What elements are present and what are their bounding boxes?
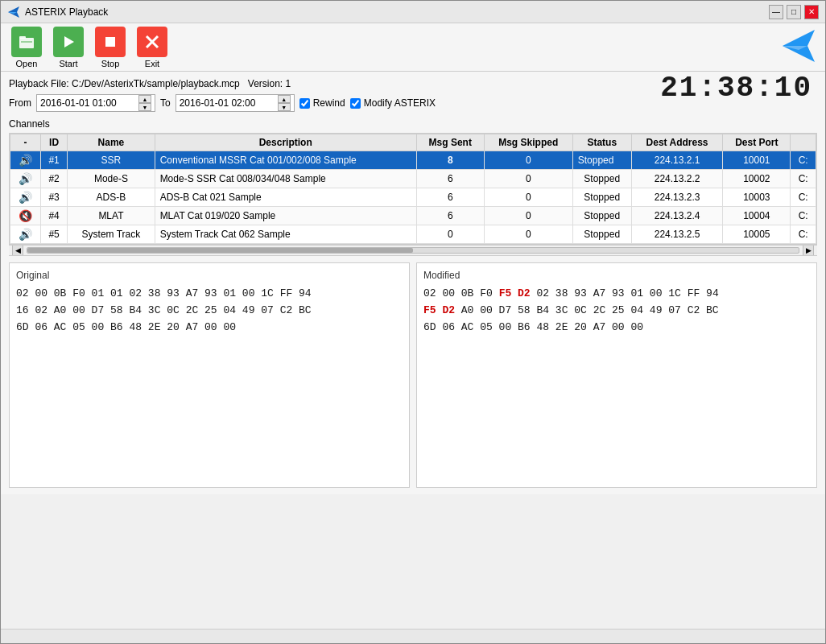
svg-marker-5 (64, 36, 74, 47)
speaker-icon[interactable]: 🔊 (19, 228, 32, 241)
msg-sent-cell: 8 (416, 151, 484, 170)
to-input-container[interactable]: ▲ ▼ (176, 94, 295, 112)
modified-panel: Modified 02 00 0B F0 F5 D2 02 38 93 A7 9… (416, 262, 817, 488)
id-cell: #5 (40, 225, 67, 244)
extra-cell: C: (791, 151, 816, 170)
to-down-btn[interactable]: ▼ (278, 103, 291, 111)
original-line-2: 16 02 A0 00 D7 58 B4 3C 0C 2C 25 04 49 0… (16, 303, 403, 320)
modify-checkbox[interactable] (350, 98, 361, 109)
name-cell: ADS-B (68, 188, 155, 207)
table-row[interactable]: 🔊#5System TrackSystem Track Cat 062 Samp… (10, 225, 816, 244)
scroll-thumb[interactable] (27, 248, 413, 253)
filepath-value: C:/Dev/AsterixTk/sample/playback.mcp (72, 78, 240, 89)
table-scrollbar[interactable]: ◀ ▶ (9, 245, 817, 256)
modify-label: Modify ASTERIX (364, 97, 436, 109)
col-id: ID (40, 134, 67, 151)
dest-addr-cell: 224.13.2.5 (631, 225, 723, 244)
svg-rect-6 (105, 37, 115, 47)
table-row[interactable]: 🔊#2Mode-SMode-S SSR Cat 008/034/048 Samp… (10, 170, 816, 188)
start-button[interactable]: Start (49, 25, 88, 70)
scroll-left-btn[interactable]: ◀ (12, 245, 23, 256)
col-extra (791, 134, 816, 151)
from-input-container[interactable]: ▲ ▼ (36, 94, 155, 112)
msg-skipped-cell: 0 (484, 207, 572, 225)
id-cell: #3 (40, 188, 67, 207)
mute-cell[interactable]: 🔇 (10, 207, 41, 225)
col-name: Name (68, 134, 155, 151)
logo-area (779, 26, 819, 68)
to-input[interactable] (180, 97, 276, 109)
name-cell: Mode-S (68, 170, 155, 188)
main-content: Playback File: C:/Dev/AsterixTk/sample/p… (1, 72, 825, 494)
to-up-btn[interactable]: ▲ (278, 95, 291, 103)
msg-skipped-cell: 0 (484, 151, 572, 170)
open-button[interactable]: Open (7, 25, 46, 70)
dest-addr-cell: 224.13.2.1 (631, 151, 723, 170)
dest-port-cell: 10001 (723, 151, 791, 170)
modify-group: Modify ASTERIX (350, 97, 436, 109)
extra-cell: C: (791, 225, 816, 244)
table-row[interactable]: 🔊#3ADS-BADS-B Cat 021 Sample60Stopped224… (10, 188, 816, 207)
exit-icon (137, 27, 167, 57)
clock-display: 21:38:10 (660, 72, 812, 105)
extra-cell: C: (791, 207, 816, 225)
rewind-checkbox[interactable] (299, 98, 310, 109)
stop-icon (95, 27, 126, 57)
dest-addr-cell: 224.13.2.4 (631, 207, 723, 225)
scroll-right-btn[interactable]: ▶ (803, 245, 814, 256)
original-line-3: 6D 06 AC 05 00 B6 48 2E 20 A7 00 00 (16, 320, 403, 336)
channels-table: - ID Name Description Msg Sent Msg Skipp… (10, 134, 816, 244)
mute-cell[interactable]: 🔊 (10, 225, 41, 244)
scroll-track[interactable] (27, 247, 799, 254)
speaker-icon[interactable]: 🔊 (19, 172, 32, 185)
bottom-panels: Original 02 00 0B F0 01 01 02 38 93 A7 9… (9, 262, 817, 488)
status-cell: Stopped (572, 170, 631, 188)
svg-rect-4 (21, 41, 32, 43)
maximize-button[interactable]: □ (787, 5, 801, 19)
from-up-btn[interactable]: ▲ (138, 95, 151, 103)
speaker-icon[interactable]: 🔊 (19, 191, 32, 204)
stop-button[interactable]: Stop (91, 25, 130, 70)
status-cell: Stopped (572, 207, 631, 225)
status-cell: Stopped (572, 225, 631, 244)
status-cell: Stopped (572, 188, 631, 207)
from-down-btn[interactable]: ▼ (138, 103, 151, 111)
open-icon (11, 27, 42, 57)
close-button[interactable]: ✕ (804, 5, 819, 19)
original-line-1: 02 00 0B F0 01 01 02 38 93 A7 93 01 00 1… (16, 286, 403, 303)
from-spinner[interactable]: ▲ ▼ (138, 95, 151, 111)
muted-icon[interactable]: 🔇 (19, 209, 32, 222)
channels-label: Channels (9, 118, 817, 130)
status-bar (1, 629, 825, 643)
speaker-icon[interactable]: 🔊 (19, 154, 32, 167)
version-value: 1 (286, 78, 291, 89)
name-cell: SSR (68, 151, 155, 170)
desc-cell: Conventional MSSR Cat 001/002/008 Sample (155, 151, 416, 170)
mute-cell[interactable]: 🔊 (10, 170, 41, 188)
desc-cell: ADS-B Cat 021 Sample (155, 188, 416, 207)
name-cell: MLAT (68, 207, 155, 225)
original-panel: Original 02 00 0B F0 01 01 02 38 93 A7 9… (9, 262, 410, 488)
col-msg-sent: Msg Sent (416, 134, 484, 151)
exit-button[interactable]: Exit (133, 25, 171, 70)
original-title: Original (16, 270, 403, 281)
exit-label: Exit (145, 59, 159, 68)
mute-cell[interactable]: 🔊 (10, 151, 41, 170)
stop-label: Stop (101, 59, 120, 68)
msg-sent-cell: 0 (416, 225, 484, 244)
from-input[interactable] (40, 97, 137, 109)
desc-cell: MLAT Cat 019/020 Sample (155, 207, 416, 225)
to-spinner[interactable]: ▲ ▼ (278, 95, 291, 111)
modified-highlight-1: F5 D2 (499, 287, 531, 299)
desc-cell: System Track Cat 062 Sample (155, 225, 416, 244)
table-row[interactable]: 🔊#1SSRConventional MSSR Cat 001/002/008 … (10, 151, 816, 170)
table-row[interactable]: 🔇#4MLATMLAT Cat 019/020 Sample60Stopped2… (10, 207, 816, 225)
file-label: Playback File: (9, 78, 69, 89)
mute-cell[interactable]: 🔊 (10, 188, 41, 207)
minimize-button[interactable]: — (769, 5, 783, 19)
msg-sent-cell: 6 (416, 207, 484, 225)
dest-port-cell: 10002 (723, 170, 791, 188)
open-label: Open (16, 59, 38, 68)
channels-table-container[interactable]: - ID Name Description Msg Sent Msg Skipp… (9, 133, 817, 245)
modified-line-2: F5 D2 A0 00 D7 58 B4 3C 0C 2C 25 04 49 0… (423, 303, 810, 320)
